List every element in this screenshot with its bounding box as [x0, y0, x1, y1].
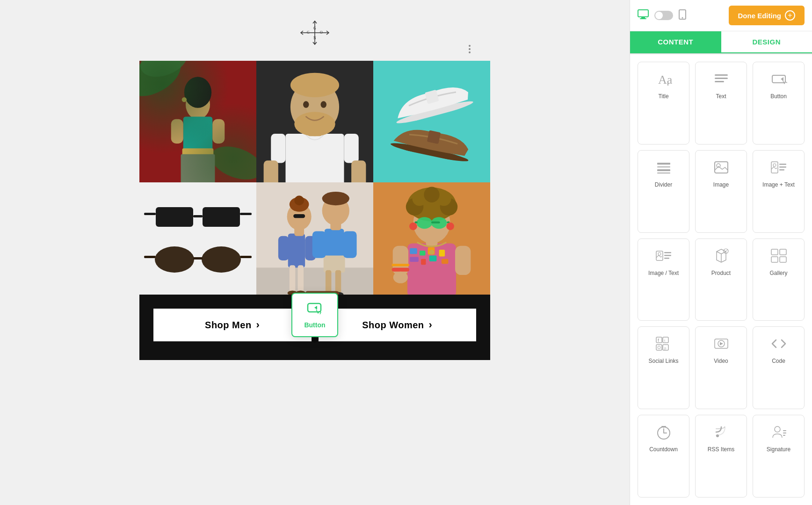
svg-rect-152: [783, 430, 786, 431]
svg-point-102: [409, 223, 417, 231]
widget-rss[interactable]: RSS Items: [695, 415, 747, 498]
svg-point-26: [290, 73, 339, 97]
widget-image-label: Image: [713, 181, 729, 188]
svg-rect-38: [193, 215, 203, 217]
svg-rect-80: [429, 255, 437, 261]
widget-code[interactable]: Code: [753, 326, 805, 409]
tab-design[interactable]: DESIGN: [721, 31, 812, 53]
widget-button-label: Button: [770, 93, 787, 100]
desktop-icon[interactable]: [638, 9, 649, 22]
grid-cell-3: [373, 61, 490, 182]
svg-point-67: [322, 192, 349, 205]
svg-rect-124: [779, 164, 786, 165]
image-icon: [713, 158, 730, 177]
svg-rect-37: [203, 207, 240, 227]
tab-content[interactable]: CONTENT: [630, 31, 721, 53]
button-tooltip-overlay: Button: [291, 293, 338, 337]
svg-point-29: [321, 101, 327, 108]
toolbar: Done Editing +: [630, 0, 812, 31]
svg-rect-86: [392, 264, 410, 266]
done-editing-button[interactable]: Done Editing +: [729, 6, 805, 25]
brand-logo: G N G O: [296, 19, 334, 47]
widget-text[interactable]: Text: [695, 62, 747, 144]
widget-gallery[interactable]: Gallery: [753, 238, 805, 321]
device-toggle[interactable]: [654, 11, 673, 20]
svg-text:f: f: [658, 338, 660, 343]
grid-cell-1: [139, 61, 256, 182]
widget-social[interactable]: f t p Social Links: [638, 326, 689, 409]
widget-title[interactable]: Aa Title: [638, 62, 689, 144]
widget-text-label: Text: [716, 93, 726, 100]
widget-image[interactable]: Image: [695, 150, 747, 233]
svg-rect-126: [779, 169, 784, 171]
widget-product[interactable]: Product: [695, 238, 747, 321]
svg-rect-39: [144, 256, 156, 258]
svg-rect-141: [663, 337, 668, 343]
widget-countdown-label: Countdown: [649, 446, 678, 453]
svg-rect-19: [286, 134, 344, 182]
widget-video-label: Video: [714, 358, 728, 364]
widget-grid: Aa Title Text: [630, 54, 812, 505]
svg-rect-143: [656, 345, 662, 350]
tab-content-label: CONTENT: [658, 38, 693, 46]
shop-men-button[interactable]: Shop Men ›: [153, 309, 312, 341]
image-text-icon: [770, 158, 787, 177]
tab-design-label: DESIGN: [752, 38, 781, 46]
svg-point-28: [303, 101, 309, 108]
svg-text:G: G: [307, 30, 310, 35]
svg-rect-99: [431, 222, 440, 224]
svg-text:N: N: [313, 36, 316, 40]
svg-rect-131: [664, 258, 669, 259]
shop-women-label: Shop Women: [362, 320, 424, 331]
widget-countdown[interactable]: Countdown: [638, 415, 689, 498]
widget-title-label: Title: [658, 93, 668, 100]
product-icon: [713, 246, 730, 265]
svg-rect-153: [783, 433, 786, 433]
done-plus-icon: +: [785, 10, 795, 21]
svg-point-55: [294, 195, 304, 205]
svg-point-87: [393, 272, 408, 283]
svg-rect-114: [715, 81, 724, 82]
widget-button[interactable]: Button: [753, 62, 805, 144]
mobile-icon[interactable]: [679, 9, 686, 22]
text-icon: [713, 70, 730, 88]
svg-rect-47: [288, 234, 305, 268]
widget-product-label: Product: [711, 270, 731, 276]
svg-rect-62: [335, 270, 341, 294]
svg-rect-119: [657, 173, 670, 173]
svg-rect-125: [779, 166, 786, 168]
logo-area: G N G O: [296, 19, 334, 47]
svg-rect-105: [638, 10, 648, 17]
shop-women-button[interactable]: Shop Women ›: [319, 309, 477, 341]
svg-rect-120: [715, 162, 728, 173]
svg-rect-137: [771, 257, 778, 262]
svg-rect-23: [351, 160, 366, 182]
widget-code-label: Code: [772, 358, 785, 364]
grid-cell-5: [256, 182, 373, 295]
svg-rect-113: [715, 78, 728, 79]
widget-image-text[interactable]: Image + Text: [753, 150, 805, 233]
button-tooltip-icon: [307, 301, 323, 318]
svg-point-96: [424, 187, 439, 202]
svg-point-128: [658, 252, 661, 255]
widget-divider[interactable]: Divider: [638, 150, 689, 233]
widget-signature[interactable]: Signature: [753, 415, 805, 498]
widget-gallery-label: Gallery: [769, 270, 787, 276]
shop-men-arrow: ›: [256, 319, 260, 331]
button-tooltip-label: Button: [304, 321, 325, 329]
widget-image-slash-text[interactable]: Image / Text: [638, 238, 689, 321]
device-icons: [638, 9, 686, 22]
shop-women-arrow: ›: [429, 319, 433, 331]
grid-cell-6: [373, 182, 490, 295]
widget-rss-label: RSS Items: [708, 446, 734, 453]
context-menu-dots[interactable]: [469, 45, 471, 53]
widget-video[interactable]: Video: [695, 326, 747, 409]
svg-rect-84: [455, 246, 471, 275]
gallery-icon: [770, 246, 787, 265]
svg-rect-43: [193, 257, 203, 260]
canvas-area: G N G O: [0, 0, 630, 505]
svg-text:G: G: [313, 26, 316, 30]
divider-icon: [655, 158, 672, 177]
svg-rect-56: [293, 214, 305, 218]
svg-point-103: [446, 223, 454, 231]
